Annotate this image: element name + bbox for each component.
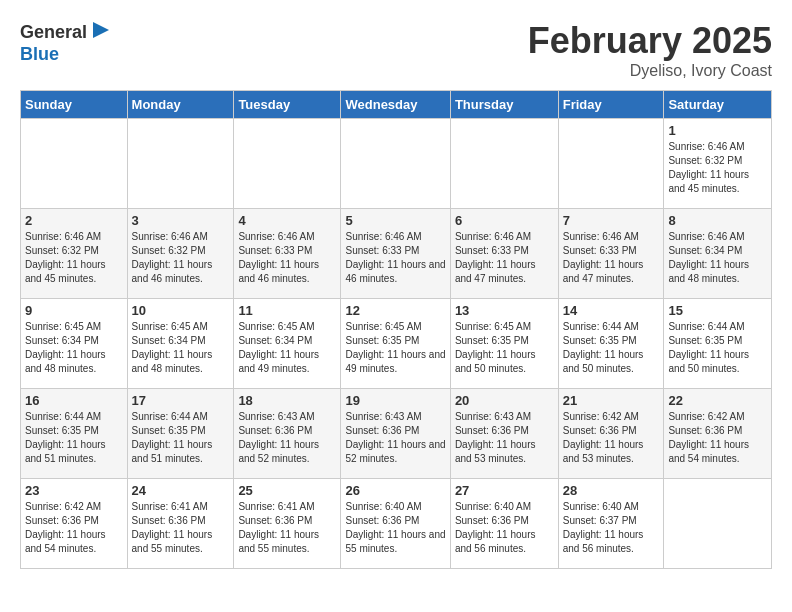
day-info: Sunrise: 6:44 AM Sunset: 6:35 PM Dayligh… (25, 410, 123, 466)
calendar-week-row: 16Sunrise: 6:44 AM Sunset: 6:35 PM Dayli… (21, 389, 772, 479)
day-number: 2 (25, 213, 123, 228)
day-number: 25 (238, 483, 336, 498)
day-info: Sunrise: 6:42 AM Sunset: 6:36 PM Dayligh… (25, 500, 123, 556)
calendar-day-cell: 9Sunrise: 6:45 AM Sunset: 6:34 PM Daylig… (21, 299, 128, 389)
day-info: Sunrise: 6:40 AM Sunset: 6:36 PM Dayligh… (345, 500, 445, 556)
day-number: 9 (25, 303, 123, 318)
day-info: Sunrise: 6:42 AM Sunset: 6:36 PM Dayligh… (563, 410, 660, 466)
day-number: 17 (132, 393, 230, 408)
calendar-day-cell: 1Sunrise: 6:46 AM Sunset: 6:32 PM Daylig… (664, 119, 772, 209)
day-info: Sunrise: 6:44 AM Sunset: 6:35 PM Dayligh… (563, 320, 660, 376)
calendar-day-header: Sunday (21, 91, 128, 119)
calendar-day-cell: 6Sunrise: 6:46 AM Sunset: 6:33 PM Daylig… (450, 209, 558, 299)
day-info: Sunrise: 6:46 AM Sunset: 6:33 PM Dayligh… (345, 230, 445, 286)
day-number: 24 (132, 483, 230, 498)
day-info: Sunrise: 6:45 AM Sunset: 6:34 PM Dayligh… (25, 320, 123, 376)
day-info: Sunrise: 6:43 AM Sunset: 6:36 PM Dayligh… (238, 410, 336, 466)
day-number: 27 (455, 483, 554, 498)
calendar-day-cell (21, 119, 128, 209)
calendar-day-header: Wednesday (341, 91, 450, 119)
calendar-day-cell: 20Sunrise: 6:43 AM Sunset: 6:36 PM Dayli… (450, 389, 558, 479)
day-info: Sunrise: 6:42 AM Sunset: 6:36 PM Dayligh… (668, 410, 767, 466)
calendar-day-cell: 13Sunrise: 6:45 AM Sunset: 6:35 PM Dayli… (450, 299, 558, 389)
calendar-day-cell: 16Sunrise: 6:44 AM Sunset: 6:35 PM Dayli… (21, 389, 128, 479)
logo-text-blue: Blue (20, 44, 59, 64)
calendar-day-cell: 14Sunrise: 6:44 AM Sunset: 6:35 PM Dayli… (558, 299, 664, 389)
calendar-day-cell: 11Sunrise: 6:45 AM Sunset: 6:34 PM Dayli… (234, 299, 341, 389)
day-number: 19 (345, 393, 445, 408)
day-number: 28 (563, 483, 660, 498)
day-info: Sunrise: 6:45 AM Sunset: 6:34 PM Dayligh… (238, 320, 336, 376)
day-info: Sunrise: 6:46 AM Sunset: 6:32 PM Dayligh… (668, 140, 767, 196)
day-number: 5 (345, 213, 445, 228)
day-number: 15 (668, 303, 767, 318)
day-number: 18 (238, 393, 336, 408)
calendar-day-cell (341, 119, 450, 209)
day-number: 7 (563, 213, 660, 228)
day-number: 12 (345, 303, 445, 318)
calendar-day-cell (127, 119, 234, 209)
calendar-day-cell: 19Sunrise: 6:43 AM Sunset: 6:36 PM Dayli… (341, 389, 450, 479)
calendar-day-cell: 4Sunrise: 6:46 AM Sunset: 6:33 PM Daylig… (234, 209, 341, 299)
day-info: Sunrise: 6:44 AM Sunset: 6:35 PM Dayligh… (668, 320, 767, 376)
calendar-body: 1Sunrise: 6:46 AM Sunset: 6:32 PM Daylig… (21, 119, 772, 569)
calendar-day-cell (664, 479, 772, 569)
calendar-day-cell: 28Sunrise: 6:40 AM Sunset: 6:37 PM Dayli… (558, 479, 664, 569)
day-info: Sunrise: 6:46 AM Sunset: 6:33 PM Dayligh… (455, 230, 554, 286)
title-block: February 2025 Dyeliso, Ivory Coast (528, 20, 772, 80)
calendar-week-row: 23Sunrise: 6:42 AM Sunset: 6:36 PM Dayli… (21, 479, 772, 569)
calendar-day-cell: 23Sunrise: 6:42 AM Sunset: 6:36 PM Dayli… (21, 479, 128, 569)
day-info: Sunrise: 6:40 AM Sunset: 6:37 PM Dayligh… (563, 500, 660, 556)
month-year-title: February 2025 (528, 20, 772, 62)
calendar-day-header: Thursday (450, 91, 558, 119)
calendar-day-cell: 3Sunrise: 6:46 AM Sunset: 6:32 PM Daylig… (127, 209, 234, 299)
calendar-day-cell: 12Sunrise: 6:45 AM Sunset: 6:35 PM Dayli… (341, 299, 450, 389)
calendar-day-cell: 27Sunrise: 6:40 AM Sunset: 6:36 PM Dayli… (450, 479, 558, 569)
calendar-day-cell: 15Sunrise: 6:44 AM Sunset: 6:35 PM Dayli… (664, 299, 772, 389)
calendar-day-header: Monday (127, 91, 234, 119)
day-number: 23 (25, 483, 123, 498)
day-info: Sunrise: 6:45 AM Sunset: 6:35 PM Dayligh… (345, 320, 445, 376)
calendar-day-cell: 7Sunrise: 6:46 AM Sunset: 6:33 PM Daylig… (558, 209, 664, 299)
day-number: 10 (132, 303, 230, 318)
day-info: Sunrise: 6:41 AM Sunset: 6:36 PM Dayligh… (132, 500, 230, 556)
day-number: 13 (455, 303, 554, 318)
day-number: 22 (668, 393, 767, 408)
calendar-day-cell: 24Sunrise: 6:41 AM Sunset: 6:36 PM Dayli… (127, 479, 234, 569)
location-subtitle: Dyeliso, Ivory Coast (528, 62, 772, 80)
logo-flag-icon (89, 20, 113, 44)
page-header: General Blue February 2025 Dyeliso, Ivor… (20, 20, 772, 80)
calendar-day-header: Friday (558, 91, 664, 119)
day-info: Sunrise: 6:45 AM Sunset: 6:35 PM Dayligh… (455, 320, 554, 376)
calendar-day-cell: 22Sunrise: 6:42 AM Sunset: 6:36 PM Dayli… (664, 389, 772, 479)
day-number: 4 (238, 213, 336, 228)
calendar-day-cell (234, 119, 341, 209)
day-number: 6 (455, 213, 554, 228)
calendar-day-cell: 8Sunrise: 6:46 AM Sunset: 6:34 PM Daylig… (664, 209, 772, 299)
day-info: Sunrise: 6:46 AM Sunset: 6:32 PM Dayligh… (132, 230, 230, 286)
day-info: Sunrise: 6:46 AM Sunset: 6:34 PM Dayligh… (668, 230, 767, 286)
calendar-day-header: Tuesday (234, 91, 341, 119)
calendar-table: SundayMondayTuesdayWednesdayThursdayFrid… (20, 90, 772, 569)
day-info: Sunrise: 6:46 AM Sunset: 6:33 PM Dayligh… (238, 230, 336, 286)
day-number: 21 (563, 393, 660, 408)
day-number: 8 (668, 213, 767, 228)
day-number: 20 (455, 393, 554, 408)
day-info: Sunrise: 6:43 AM Sunset: 6:36 PM Dayligh… (345, 410, 445, 466)
day-number: 1 (668, 123, 767, 138)
calendar-day-cell: 10Sunrise: 6:45 AM Sunset: 6:34 PM Dayli… (127, 299, 234, 389)
calendar-day-cell (450, 119, 558, 209)
calendar-day-cell: 18Sunrise: 6:43 AM Sunset: 6:36 PM Dayli… (234, 389, 341, 479)
day-number: 3 (132, 213, 230, 228)
calendar-day-cell: 2Sunrise: 6:46 AM Sunset: 6:32 PM Daylig… (21, 209, 128, 299)
day-number: 26 (345, 483, 445, 498)
day-info: Sunrise: 6:44 AM Sunset: 6:35 PM Dayligh… (132, 410, 230, 466)
calendar-day-cell: 21Sunrise: 6:42 AM Sunset: 6:36 PM Dayli… (558, 389, 664, 479)
day-info: Sunrise: 6:43 AM Sunset: 6:36 PM Dayligh… (455, 410, 554, 466)
day-info: Sunrise: 6:46 AM Sunset: 6:32 PM Dayligh… (25, 230, 123, 286)
day-info: Sunrise: 6:45 AM Sunset: 6:34 PM Dayligh… (132, 320, 230, 376)
calendar-day-cell: 17Sunrise: 6:44 AM Sunset: 6:35 PM Dayli… (127, 389, 234, 479)
calendar-header-row: SundayMondayTuesdayWednesdayThursdayFrid… (21, 91, 772, 119)
day-info: Sunrise: 6:40 AM Sunset: 6:36 PM Dayligh… (455, 500, 554, 556)
day-number: 16 (25, 393, 123, 408)
